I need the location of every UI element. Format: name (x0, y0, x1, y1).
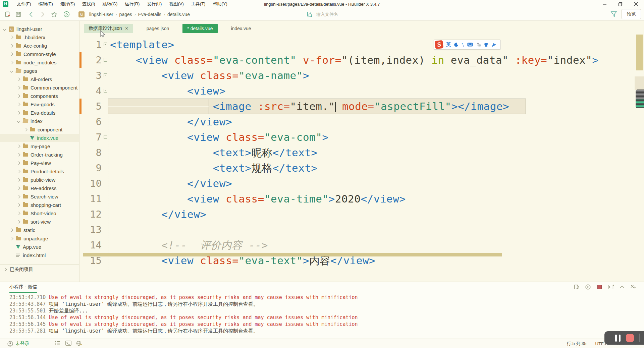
code-line-2[interactable]: 2 <view class="eva-content" v-for="(item… (79, 52, 644, 68)
chevron-right-icon[interactable] (17, 86, 20, 90)
menu-item-发行(U)[interactable]: 发行(U) (143, 0, 165, 8)
console-tab-weixin[interactable]: 小程序 - 微信 (9, 284, 37, 293)
filter-funnel-icon[interactable] (610, 11, 617, 19)
shirt-skin-icon[interactable] (484, 43, 489, 47)
save-button[interactable] (15, 11, 21, 17)
code-line-14[interactable]: 14 <!-- 评价内容 --> (79, 237, 644, 253)
chevron-down-icon[interactable] (3, 27, 6, 31)
tree-item-Pay-view[interactable]: Pay-view (0, 159, 79, 167)
chevron-right-icon[interactable] (17, 153, 20, 157)
tree-item-App.vue[interactable]: App.vue (0, 243, 79, 251)
fold-marker-icon[interactable] (104, 89, 107, 93)
menu-item-跳转(G)[interactable]: 跳转(G) (99, 0, 121, 8)
tree-item-Acc-config[interactable]: Acc-config (0, 42, 79, 50)
editor-tab-index.vue[interactable]: index.vue (226, 24, 256, 33)
tree-item-Re-address[interactable]: Re-address (0, 184, 79, 192)
code-line-4[interactable]: 4 <view> (79, 83, 644, 99)
code-line-10[interactable]: 10 </view> (79, 176, 644, 191)
fold-marker-icon[interactable] (104, 135, 107, 139)
preview-button[interactable]: 预览 (622, 9, 641, 19)
breadcrumb-Eva-details[interactable]: Eva-details (137, 12, 163, 17)
fold-marker-icon[interactable] (104, 43, 107, 46)
horizontal-scrollbar[interactable] (83, 253, 502, 256)
menu-item-选择(S)[interactable]: 选择(S) (57, 0, 78, 8)
close-panel-icon[interactable] (631, 284, 637, 290)
tree-item-All-orders[interactable]: All-orders (0, 75, 79, 83)
code-editor[interactable]: 1<template>2 <view class="eva-content" v… (79, 37, 644, 270)
chevron-right-icon[interactable] (17, 220, 20, 224)
code-line-1[interactable]: 1<template> (79, 37, 644, 52)
breadcrumb-lingshi-user[interactable]: lingshi-user (88, 12, 115, 17)
tree-item-Common-style[interactable]: Common-style (0, 50, 79, 58)
terminal-icon[interactable] (65, 341, 71, 347)
chevron-right-icon[interactable] (17, 178, 20, 182)
chevron-right-icon[interactable] (10, 44, 13, 48)
editor-tab-pages.json[interactable]: pages.json (142, 24, 174, 33)
tree-item-unpackage[interactable]: unpackage (0, 234, 79, 243)
fold-marker-icon[interactable] (104, 73, 107, 77)
favorite-star-icon[interactable] (51, 11, 57, 17)
new-file-button[interactable] (5, 11, 11, 17)
chevron-right-icon[interactable] (24, 128, 28, 131)
code-line-13[interactable]: 13 (79, 222, 644, 237)
file-search-field[interactable]: 输入文件名 (302, 8, 617, 20)
chevron-down-icon[interactable] (10, 69, 13, 73)
menu-item-编辑(E)[interactable]: 编辑(E) (35, 0, 57, 8)
chevron-right-icon[interactable] (17, 195, 20, 198)
code-line-6[interactable]: 6 </view> (79, 114, 644, 129)
fold-marker-icon[interactable] (104, 58, 107, 62)
code-line-9[interactable]: 9 <text>规格</text> (79, 160, 644, 176)
tree-item-Search-view[interactable]: Search-view (0, 192, 79, 201)
close-tab-icon[interactable]: ✕ (125, 26, 128, 31)
chevron-right-icon[interactable] (17, 212, 20, 215)
tree-item-index.html[interactable]: index.html (0, 251, 79, 259)
minimize-button[interactable] (603, 2, 607, 6)
tree-item-components[interactable]: components (0, 92, 79, 100)
stop-icon[interactable] (596, 284, 602, 290)
chevron-right-icon[interactable] (17, 162, 20, 165)
tree-item-Eav-goods[interactable]: Eav-goods (0, 100, 79, 109)
menu-item-视图(V)[interactable]: 视图(V) (165, 0, 187, 8)
chevron-right-icon[interactable] (17, 111, 20, 115)
wrench-settings-icon[interactable] (492, 42, 496, 47)
code-line-3[interactable]: 3 <view class="eva-name"> (79, 68, 644, 83)
input-lang-toggle[interactable]: 英 (446, 42, 451, 48)
tree-item-index[interactable]: index (0, 117, 79, 125)
tree-item-Order-tracking[interactable]: Order-tracking (0, 151, 79, 159)
tree-item-Eva-details[interactable]: Eva-details (0, 109, 79, 117)
tree-item-shopping-cart[interactable]: shopping-cart (0, 201, 79, 209)
menu-item-工具(T)[interactable]: 工具(T) (187, 0, 209, 8)
chevron-right-icon[interactable] (10, 229, 13, 232)
chevron-right-icon[interactable] (17, 170, 20, 173)
breadcrumb-details.vue[interactable]: details.vue (166, 12, 191, 17)
chevron-right-icon[interactable] (10, 53, 13, 56)
keyboard-icon[interactable] (467, 43, 473, 47)
cursor-position[interactable]: 行:5 列:35 (567, 341, 587, 347)
skin-person-icon[interactable]: 10 (476, 42, 481, 47)
back-button[interactable] (29, 11, 34, 17)
moon-mode-icon[interactable] (454, 42, 459, 47)
code-line-12[interactable]: 12 </view> (79, 207, 644, 222)
outline-list-icon[interactable] (55, 341, 61, 347)
editor-tab-details.vue[interactable]: * details.vue (182, 24, 217, 33)
new-terminal-icon[interactable] (608, 284, 614, 290)
tree-item-sort-view[interactable]: sort-view (0, 218, 79, 226)
menu-item-运行(R)[interactable]: 运行(R) (121, 0, 143, 8)
tree-item-Short-video[interactable]: Short-video (0, 209, 79, 218)
code-line-11[interactable]: 11 <view class="eva-time">2020</view> (79, 191, 644, 207)
clear-log-icon[interactable] (574, 284, 580, 290)
chevron-right-icon[interactable] (17, 103, 20, 106)
browser-globe-icon[interactable] (76, 341, 83, 347)
menu-item-文件(F)[interactable]: 文件(F) (13, 0, 35, 8)
punctuation-icon[interactable]: ’, (462, 42, 464, 47)
tree-item-Product-details[interactable]: Product-details (0, 167, 79, 176)
stop-recording-button[interactable] (626, 334, 634, 342)
tree-item-index.vue[interactable]: index.vue (0, 134, 79, 142)
forward-button[interactable] (40, 11, 45, 17)
tree-item-node_modules[interactable]: node_modules (0, 58, 79, 67)
tree-item-.hbuilderx[interactable]: .hbuilderx (0, 33, 79, 42)
menu-item-帮助(Y)[interactable]: 帮助(Y) (209, 0, 231, 8)
pause-recording-button[interactable] (615, 335, 621, 342)
vertical-scrollbar[interactable] (636, 35, 643, 70)
chevron-down-icon[interactable] (17, 120, 20, 123)
